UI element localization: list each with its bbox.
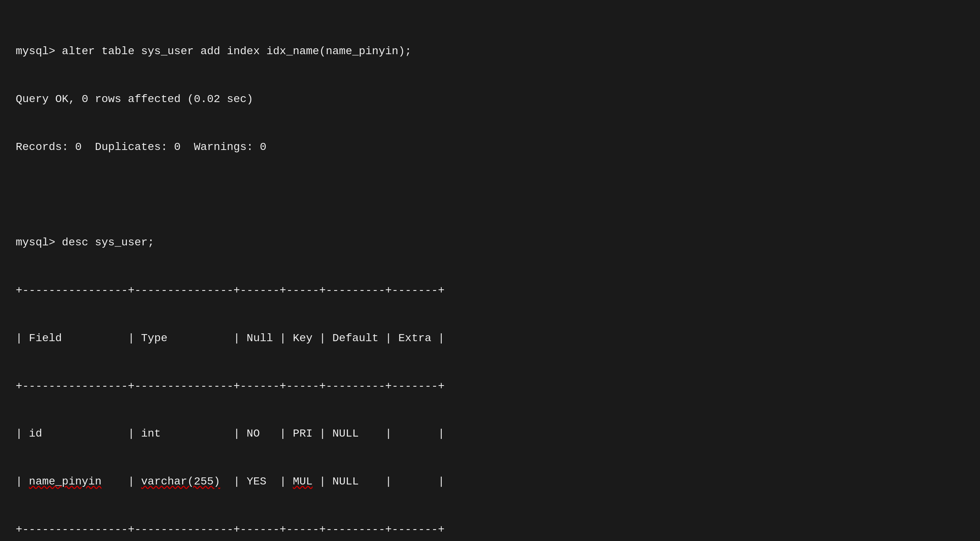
- query-ok-result: Query OK, 0 rows affected (0.02 sec): [16, 91, 964, 108]
- table-header: | Field | Type | Null | Key | Default | …: [16, 331, 964, 347]
- cmd-alter-table: mysql> alter table sys_user add index id…: [16, 44, 964, 60]
- mul-underline: MUL: [293, 475, 313, 488]
- table-sep-3: +----------------+---------------+------…: [16, 522, 964, 538]
- blank-1: [16, 187, 964, 203]
- name-pinyin-underline: name_pinyin: [29, 475, 102, 488]
- cmd-desc: mysql> desc sys_user;: [16, 235, 964, 251]
- records-result: Records: 0 Duplicates: 0 Warnings: 0: [16, 139, 964, 155]
- table-sep-1: +----------------+---------------+------…: [16, 283, 964, 299]
- table-sep-2: +----------------+---------------+------…: [16, 378, 964, 395]
- table-row-name-pinyin: | name_pinyin | varchar(255) | YES | MUL…: [16, 474, 964, 490]
- terminal-output: mysql> alter table sys_user add index id…: [16, 12, 964, 541]
- varchar-underline: varchar(255): [141, 475, 220, 488]
- table-row-id: | id | int | NO | PRI | NULL | |: [16, 426, 964, 442]
